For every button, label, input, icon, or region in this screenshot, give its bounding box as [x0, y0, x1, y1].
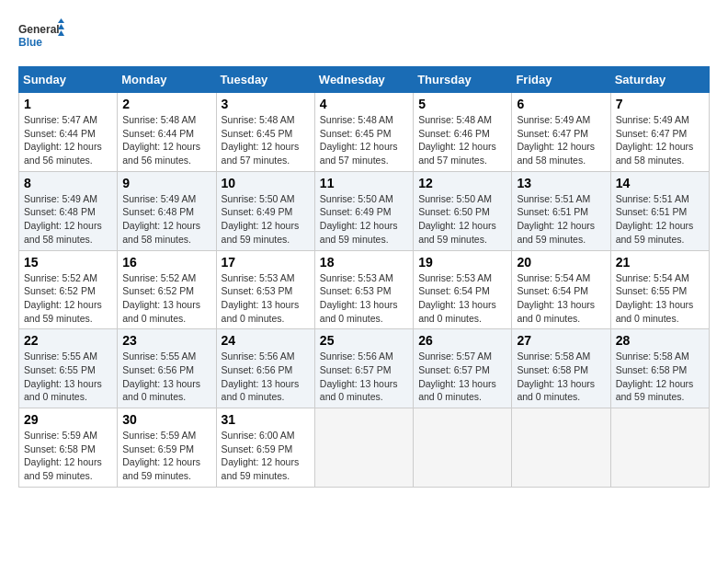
- calendar-day-cell: [314, 408, 413, 488]
- day-info: Sunrise: 5:48 AMSunset: 6:45 PMDaylight:…: [222, 113, 310, 167]
- calendar-day-cell: 15Sunrise: 5:52 AMSunset: 6:52 PMDayligh…: [19, 250, 118, 329]
- day-number: 2: [122, 97, 210, 111]
- calendar-week-row: 15Sunrise: 5:52 AMSunset: 6:52 PMDayligh…: [19, 250, 710, 329]
- calendar-day-cell: 26Sunrise: 5:57 AMSunset: 6:57 PMDayligh…: [414, 329, 512, 408]
- calendar-day-cell: 20Sunrise: 5:54 AMSunset: 6:54 PMDayligh…: [512, 250, 610, 329]
- calendar-table: SundayMondayTuesdayWednesdayThursdayFrid…: [18, 66, 710, 488]
- day-number: 13: [517, 176, 605, 190]
- day-info: Sunrise: 5:55 AMSunset: 6:56 PMDaylight:…: [122, 350, 210, 404]
- calendar-week-row: 29Sunrise: 5:59 AMSunset: 6:58 PMDayligh…: [19, 408, 710, 488]
- day-info: Sunrise: 5:48 AMSunset: 6:46 PMDaylight:…: [418, 113, 506, 167]
- day-info: Sunrise: 5:53 AMSunset: 6:53 PMDaylight:…: [222, 271, 310, 326]
- day-number: 28: [616, 333, 704, 348]
- day-info: Sunrise: 5:55 AMSunset: 6:55 PMDaylight:…: [24, 350, 112, 404]
- day-info: Sunrise: 5:59 AMSunset: 6:59 PMDaylight:…: [122, 429, 210, 483]
- calendar-day-cell: 8Sunrise: 5:49 AMSunset: 6:48 PMDaylight…: [19, 171, 118, 250]
- day-number: 21: [616, 255, 704, 270]
- svg-text:General: General: [18, 23, 60, 36]
- calendar-day-cell: 7Sunrise: 5:49 AMSunset: 6:47 PMDaylight…: [610, 93, 709, 172]
- calendar-day-cell: 19Sunrise: 5:53 AMSunset: 6:54 PMDayligh…: [414, 250, 512, 329]
- page-header: General Blue: [18, 18, 710, 57]
- calendar-day-cell: 12Sunrise: 5:50 AMSunset: 6:50 PMDayligh…: [414, 171, 512, 250]
- day-number: 27: [517, 333, 605, 348]
- day-info: Sunrise: 5:51 AMSunset: 6:51 PMDaylight:…: [517, 192, 605, 247]
- day-info: Sunrise: 5:52 AMSunset: 6:52 PMDaylight:…: [122, 271, 210, 326]
- svg-marker-2: [58, 18, 64, 23]
- day-number: 7: [616, 97, 704, 111]
- day-info: Sunrise: 5:51 AMSunset: 6:51 PMDaylight:…: [616, 192, 704, 247]
- calendar-day-cell: 5Sunrise: 5:48 AMSunset: 6:46 PMDaylight…: [414, 93, 512, 172]
- calendar-day-cell: [610, 408, 709, 488]
- day-number: 24: [222, 333, 310, 348]
- day-info: Sunrise: 5:56 AMSunset: 6:56 PMDaylight:…: [222, 350, 310, 404]
- day-info: Sunrise: 5:48 AMSunset: 6:44 PMDaylight:…: [122, 113, 210, 167]
- day-number: 23: [122, 333, 210, 348]
- day-info: Sunrise: 5:49 AMSunset: 6:48 PMDaylight:…: [24, 192, 112, 247]
- day-info: Sunrise: 5:53 AMSunset: 6:54 PMDaylight:…: [418, 271, 506, 326]
- day-number: 22: [24, 333, 112, 348]
- day-info: Sunrise: 5:58 AMSunset: 6:58 PMDaylight:…: [616, 350, 704, 404]
- calendar-day-cell: 11Sunrise: 5:50 AMSunset: 6:49 PMDayligh…: [314, 171, 413, 250]
- day-number: 9: [122, 176, 210, 190]
- day-number: 14: [616, 176, 704, 190]
- day-number: 29: [24, 412, 112, 427]
- calendar-day-cell: 3Sunrise: 5:48 AMSunset: 6:45 PMDaylight…: [216, 93, 314, 172]
- day-number: 19: [418, 255, 506, 270]
- calendar-day-cell: 23Sunrise: 5:55 AMSunset: 6:56 PMDayligh…: [118, 329, 216, 408]
- calendar-day-cell: 24Sunrise: 5:56 AMSunset: 6:56 PMDayligh…: [216, 329, 314, 408]
- day-number: 6: [517, 97, 605, 111]
- day-number: 30: [122, 412, 210, 427]
- calendar-day-cell: 27Sunrise: 5:58 AMSunset: 6:58 PMDayligh…: [512, 329, 610, 408]
- calendar-day-cell: 4Sunrise: 5:48 AMSunset: 6:45 PMDaylight…: [314, 93, 413, 172]
- calendar-day-cell: [512, 408, 610, 488]
- calendar-week-row: 22Sunrise: 5:55 AMSunset: 6:55 PMDayligh…: [19, 329, 710, 408]
- day-info: Sunrise: 5:49 AMSunset: 6:47 PMDaylight:…: [616, 113, 704, 167]
- day-number: 1: [24, 97, 112, 111]
- weekday-header-saturday: Saturday: [610, 67, 709, 93]
- day-number: 10: [222, 176, 310, 190]
- calendar-day-cell: 1Sunrise: 5:47 AMSunset: 6:44 PMDaylight…: [19, 93, 118, 172]
- day-number: 17: [222, 255, 310, 270]
- day-number: 12: [418, 176, 506, 190]
- calendar-day-cell: 31Sunrise: 6:00 AMSunset: 6:59 PMDayligh…: [216, 408, 314, 488]
- calendar-day-cell: 22Sunrise: 5:55 AMSunset: 6:55 PMDayligh…: [19, 329, 118, 408]
- calendar-day-cell: [414, 408, 512, 488]
- calendar-week-row: 8Sunrise: 5:49 AMSunset: 6:48 PMDaylight…: [19, 171, 710, 250]
- day-info: Sunrise: 5:48 AMSunset: 6:45 PMDaylight:…: [320, 113, 408, 167]
- day-number: 31: [222, 412, 310, 427]
- day-number: 25: [320, 333, 408, 348]
- day-info: Sunrise: 5:56 AMSunset: 6:57 PMDaylight:…: [320, 350, 408, 404]
- day-info: Sunrise: 5:54 AMSunset: 6:54 PMDaylight:…: [517, 271, 605, 326]
- svg-text:Blue: Blue: [18, 36, 42, 49]
- day-info: Sunrise: 5:49 AMSunset: 6:48 PMDaylight:…: [122, 192, 210, 247]
- logo: General Blue: [18, 18, 64, 57]
- day-info: Sunrise: 5:54 AMSunset: 6:55 PMDaylight:…: [616, 271, 704, 326]
- calendar-day-cell: 18Sunrise: 5:53 AMSunset: 6:53 PMDayligh…: [314, 250, 413, 329]
- calendar-day-cell: 30Sunrise: 5:59 AMSunset: 6:59 PMDayligh…: [118, 408, 216, 488]
- day-number: 5: [418, 97, 506, 111]
- weekday-header-monday: Monday: [118, 67, 216, 93]
- day-number: 11: [320, 176, 408, 190]
- day-info: Sunrise: 6:00 AMSunset: 6:59 PMDaylight:…: [222, 429, 310, 483]
- day-info: Sunrise: 5:53 AMSunset: 6:53 PMDaylight:…: [320, 271, 408, 326]
- day-info: Sunrise: 5:57 AMSunset: 6:57 PMDaylight:…: [418, 350, 506, 404]
- day-info: Sunrise: 5:59 AMSunset: 6:58 PMDaylight:…: [24, 429, 112, 483]
- calendar-day-cell: 25Sunrise: 5:56 AMSunset: 6:57 PMDayligh…: [314, 329, 413, 408]
- weekday-header-tuesday: Tuesday: [216, 67, 314, 93]
- day-info: Sunrise: 5:50 AMSunset: 6:50 PMDaylight:…: [418, 192, 506, 247]
- day-number: 18: [320, 255, 408, 270]
- day-number: 16: [122, 255, 210, 270]
- day-number: 20: [517, 255, 605, 270]
- calendar-day-cell: 14Sunrise: 5:51 AMSunset: 6:51 PMDayligh…: [610, 171, 709, 250]
- day-info: Sunrise: 5:49 AMSunset: 6:47 PMDaylight:…: [517, 113, 605, 167]
- logo-svg: General Blue: [18, 18, 64, 57]
- day-info: Sunrise: 5:50 AMSunset: 6:49 PMDaylight:…: [320, 192, 408, 247]
- day-info: Sunrise: 5:58 AMSunset: 6:58 PMDaylight:…: [517, 350, 605, 404]
- calendar-day-cell: 9Sunrise: 5:49 AMSunset: 6:48 PMDaylight…: [118, 171, 216, 250]
- day-info: Sunrise: 5:52 AMSunset: 6:52 PMDaylight:…: [24, 271, 112, 326]
- calendar-day-cell: 28Sunrise: 5:58 AMSunset: 6:58 PMDayligh…: [610, 329, 709, 408]
- weekday-header-thursday: Thursday: [414, 67, 512, 93]
- weekday-header-friday: Friday: [512, 67, 610, 93]
- calendar-day-cell: 6Sunrise: 5:49 AMSunset: 6:47 PMDaylight…: [512, 93, 610, 172]
- calendar-day-cell: 10Sunrise: 5:50 AMSunset: 6:49 PMDayligh…: [216, 171, 314, 250]
